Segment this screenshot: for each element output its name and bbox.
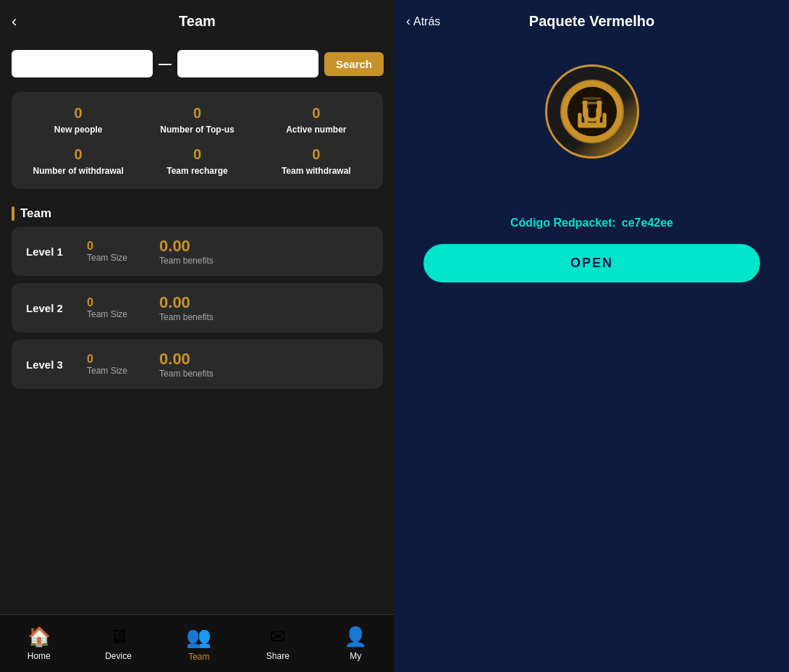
level-3-benefit-value: 0.00 (159, 350, 190, 369)
level-2-size-group: 0 Team Size (87, 296, 127, 319)
team-section-bar (12, 206, 14, 221)
team-section-header: Team (0, 196, 394, 227)
level-1-benefit-value: 0.00 (159, 237, 190, 256)
stat-withdrawal: 0 Number of withdrawal (19, 146, 138, 176)
svg-rect-7 (578, 122, 607, 127)
level-3-size-label: Team Size (87, 366, 127, 376)
withdrawal-label: Number of withdrawal (33, 166, 123, 176)
right-back-button[interactable]: ‹ Atrás (406, 14, 440, 29)
team-section-label: Team (20, 206, 51, 221)
left-header: ‹ Team (0, 0, 394, 43)
recharge-label: Team recharge (166, 166, 228, 176)
level-1-size-label: Team Size (87, 253, 127, 263)
new-people-value: 0 (75, 105, 83, 122)
level-2-size-label: Team Size (87, 309, 127, 319)
redpacket-info: Código Redpacket: ce7e42ee (394, 217, 789, 230)
level-3-benefit-group: 0.00 Team benefits (159, 350, 214, 379)
active-label: Active number (286, 125, 346, 135)
team-icon: 👥 (186, 625, 211, 649)
stat-recharge: 0 Team recharge (138, 146, 256, 176)
nav-device-label: Device (105, 651, 132, 661)
stats-card: 0 New people 0 Number of Top-us 0 Active… (12, 92, 383, 189)
home-icon: 🏠 (28, 626, 51, 648)
svg-rect-8 (581, 102, 602, 105)
page-title: Team (179, 13, 216, 30)
redpacket-code: ce7e42ee (622, 217, 673, 230)
level-3-size-value: 0 (87, 353, 93, 366)
nav-home-label: Home (28, 651, 51, 661)
level-1-benefit-group: 0.00 Team benefits (159, 237, 214, 266)
level-2-benefit-value: 0.00 (159, 293, 190, 312)
level-3-size-group: 0 Team Size (87, 353, 127, 376)
svg-rect-9 (583, 97, 601, 100)
stat-new-people: 0 New people (19, 105, 138, 135)
level-2-card: Level 2 0 Team Size 0.00 Team benefits (12, 283, 383, 332)
open-btn-container: OPEN (394, 244, 789, 282)
level-3-card: Level 3 0 Team Size 0.00 Team benefits (12, 340, 383, 389)
search-row: — Search (0, 43, 394, 85)
withdrawal-value: 0 (75, 146, 83, 163)
level-1-name: Level 1 (26, 245, 69, 258)
level-2-name: Level 2 (26, 302, 69, 314)
new-people-label: New people (54, 125, 103, 135)
level-1-benefit-label: Team benefits (159, 256, 214, 266)
left-panel: ‹ Team — Search 0 New people 0 Number of… (0, 0, 394, 672)
logo-inner: U (547, 67, 637, 156)
search-button[interactable]: Search (324, 52, 384, 76)
share-icon: ✉ (270, 626, 286, 648)
level-1-size-group: 0 Team Size (87, 240, 127, 263)
nav-share-label: Share (266, 651, 290, 661)
device-icon: 🖥 (109, 626, 128, 648)
team-withdrawal-value: 0 (312, 146, 320, 163)
level-2-benefit-label: Team benefits (159, 312, 214, 322)
redpacket-label: Código Redpacket: (510, 217, 616, 230)
stat-team-withdrawal: 0 Team withdrawal (257, 146, 376, 176)
right-panel: ‹ Atrás Paquete Vermelho U (394, 0, 789, 672)
right-back-label: Atrás (413, 15, 440, 28)
level-3-benefit-label: Team benefits (159, 369, 214, 379)
search-input-start[interactable] (12, 50, 153, 77)
logo-container: U (394, 64, 789, 159)
level-2-size-value: 0 (87, 296, 93, 309)
nav-share[interactable]: ✉ Share (266, 626, 290, 661)
level-1-card: Level 1 0 Team Size 0.00 Team benefits (12, 227, 383, 276)
open-button[interactable]: OPEN (423, 244, 760, 282)
recharge-value: 0 (193, 146, 201, 163)
logo-circle: U (545, 64, 639, 159)
active-value: 0 (312, 105, 320, 122)
nav-team-label: Team (188, 652, 209, 662)
search-input-end[interactable] (177, 50, 318, 77)
svg-rect-4 (584, 108, 588, 125)
level-1-size-value: 0 (87, 240, 93, 253)
level-cards: Level 1 0 Team Size 0.00 Team benefits L… (0, 227, 394, 389)
nav-device[interactable]: 🖥 Device (105, 626, 132, 661)
my-icon: 👤 (344, 626, 367, 648)
dash-separator: — (159, 56, 172, 72)
top-us-value: 0 (193, 105, 201, 122)
bottom-nav: 🏠 Home 🖥 Device 👥 Team ✉ Share 👤 My (0, 614, 394, 672)
logo-svg: U (560, 79, 625, 144)
right-page-title: Paquete Vermelho (529, 13, 654, 30)
nav-my[interactable]: 👤 My (344, 626, 367, 661)
nav-team[interactable]: 👥 Team (186, 625, 211, 662)
right-back-arrow-icon: ‹ (406, 14, 410, 29)
level-2-benefit-group: 0.00 Team benefits (159, 293, 214, 322)
stat-top-us: 0 Number of Top-us (138, 105, 256, 135)
back-button[interactable]: ‹ (12, 12, 17, 31)
stat-active: 0 Active number (257, 105, 376, 135)
svg-rect-5 (596, 108, 599, 125)
nav-my-label: My (350, 651, 361, 661)
level-3-name: Level 3 (26, 358, 69, 371)
right-header: ‹ Atrás Paquete Vermelho (394, 0, 789, 43)
team-withdrawal-label: Team withdrawal (282, 166, 351, 176)
nav-home[interactable]: 🏠 Home (28, 626, 51, 661)
top-us-label: Number of Top-us (160, 125, 234, 135)
